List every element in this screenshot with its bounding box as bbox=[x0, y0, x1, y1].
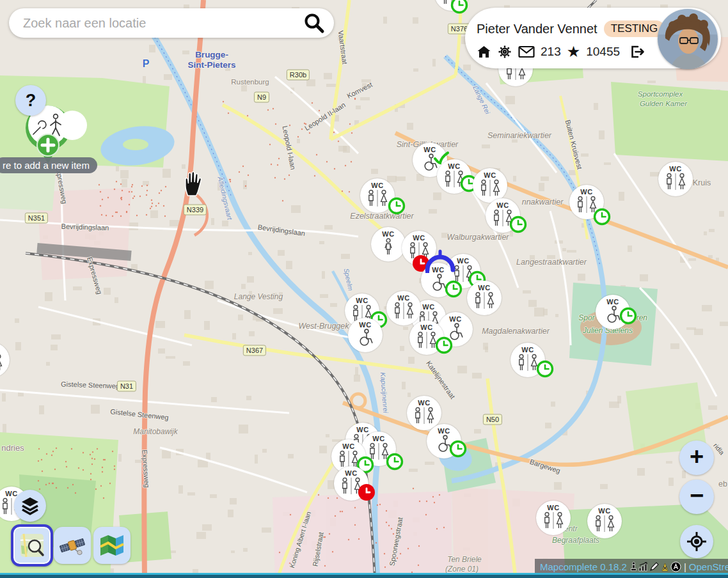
marker-wc-label: WC bbox=[356, 426, 368, 434]
messages-icon[interactable] bbox=[518, 45, 535, 58]
toilet-marker[interactable]: WC bbox=[473, 168, 507, 203]
toilet-marker[interactable]: WC bbox=[658, 162, 693, 196]
opening-hours-badge bbox=[435, 336, 453, 354]
background-osm-button[interactable] bbox=[11, 524, 53, 566]
opening-hours-badge bbox=[593, 208, 611, 226]
zoom-in-label: + bbox=[690, 443, 704, 471]
search-input[interactable] bbox=[22, 15, 303, 31]
user-row: Pieter Vander Vennet TESTING bbox=[477, 20, 665, 37]
satellite-icon bbox=[59, 533, 86, 558]
background-map-button[interactable] bbox=[93, 527, 131, 564]
zoom-out-button[interactable]: − bbox=[679, 480, 714, 514]
toilet-marker[interactable]: WC bbox=[486, 198, 520, 233]
layers-icon bbox=[20, 496, 40, 515]
attribution-bar: Mapcomplete 0.18.2 bbox=[535, 559, 728, 574]
marker-wc-label: WC bbox=[422, 303, 434, 311]
toilet-marker[interactable]: WC bbox=[434, 0, 469, 11]
male-female-icon bbox=[541, 512, 566, 529]
marker-wc-label: WC bbox=[420, 324, 432, 331]
folded-map-icon bbox=[99, 534, 125, 557]
toilet-marker[interactable]: WC bbox=[437, 159, 471, 194]
toilet-marker[interactable]: WC bbox=[386, 291, 421, 325]
marker-wc-label: WC bbox=[547, 504, 559, 512]
background-satellite-button[interactable] bbox=[54, 527, 91, 564]
marker-wc-label: WC bbox=[382, 230, 394, 238]
marker-wc-label: WC bbox=[397, 294, 409, 302]
zoom-in-button[interactable]: + bbox=[679, 441, 714, 475]
hand-cursor-icon bbox=[181, 170, 205, 197]
help-label: ? bbox=[26, 91, 36, 111]
marker-wc-label: WC bbox=[478, 284, 490, 292]
marker-wc-label: WC bbox=[5, 490, 17, 497]
opening-hours-badge bbox=[445, 280, 463, 298]
user-name[interactable]: Pieter Vander Vennet bbox=[477, 22, 597, 36]
stats-icon bbox=[638, 562, 649, 572]
marker-wc-label: WC bbox=[496, 201, 509, 209]
mapcomplete-app: Brugge-Sint-PietersRustenburgVaartstraat… bbox=[0, 0, 728, 578]
marker-wc-label: WC bbox=[448, 162, 460, 170]
toilet-marker[interactable]: WC bbox=[334, 466, 368, 501]
statue-icon bbox=[629, 561, 638, 572]
add-item-tooltip: re to add a new item bbox=[0, 157, 97, 173]
marker-wc-label: WC bbox=[580, 188, 592, 196]
marker-wc-label: WC bbox=[372, 435, 384, 442]
mapcomplete-version-link[interactable]: Mapcomplete 0.18.2 bbox=[540, 561, 627, 572]
toilet-marker[interactable]: WC bbox=[467, 281, 502, 315]
marker-wc-label: WC bbox=[449, 315, 461, 323]
toilet-marker[interactable]: WC bbox=[587, 504, 622, 538]
toilet-marker[interactable]: WC bbox=[0, 343, 10, 377]
male-female-icon bbox=[592, 515, 617, 533]
toilet-marker[interactable]: WC bbox=[596, 295, 630, 329]
marker-wc-label: WC bbox=[359, 321, 371, 329]
map-markers-layer: WC WC WC WC WC WC WC bbox=[0, 0, 728, 578]
toilet-marker[interactable]: WC bbox=[510, 343, 545, 377]
marker-wc-label: WC bbox=[418, 399, 430, 407]
gear-icon[interactable] bbox=[497, 44, 512, 59]
marker-wc-label: WC bbox=[606, 298, 619, 306]
logout-icon[interactable] bbox=[629, 45, 645, 59]
changeset-count: 10455 bbox=[586, 45, 620, 59]
attribution-separator: | bbox=[684, 561, 686, 572]
opening-hours-badge bbox=[449, 440, 467, 458]
marker-wc-label: WC bbox=[342, 442, 354, 450]
layers-button[interactable] bbox=[14, 490, 46, 522]
attribution-icons bbox=[629, 561, 681, 572]
marker-wc-label: WC bbox=[413, 234, 425, 242]
circle-a-icon bbox=[670, 561, 681, 572]
opening-hours-badge bbox=[509, 215, 527, 233]
toilet-marker[interactable]: WC bbox=[360, 178, 395, 213]
add-icon[interactable] bbox=[37, 134, 59, 156]
male-female-icon bbox=[472, 292, 496, 309]
star-icon: ★ bbox=[567, 45, 581, 58]
toilet-marker[interactable]: WC bbox=[371, 227, 406, 262]
marker-wc-label: WC bbox=[438, 427, 450, 435]
wheelchair-icon bbox=[356, 329, 375, 347]
home-icon[interactable] bbox=[477, 45, 491, 59]
male-female-icon bbox=[392, 302, 416, 320]
pen-icon bbox=[649, 561, 660, 572]
osm-map-icon bbox=[19, 533, 45, 558]
selection-arc bbox=[425, 249, 455, 275]
user-avatar[interactable] bbox=[658, 9, 718, 69]
search-icon[interactable] bbox=[303, 12, 325, 34]
marker-wc-label: WC bbox=[371, 182, 383, 189]
toilet-marker[interactable]: WC bbox=[409, 320, 444, 355]
toilet-marker[interactable]: WC bbox=[569, 185, 604, 219]
marker-wc-label: WC bbox=[457, 257, 469, 265]
toilet-marker[interactable]: WC bbox=[427, 424, 461, 458]
bottom-strip bbox=[0, 575, 728, 578]
marker-wc-label: WC bbox=[598, 507, 610, 515]
theme-flag-icon bbox=[660, 561, 670, 572]
marker-wc-label: WC bbox=[356, 297, 368, 304]
geolocate-button[interactable] bbox=[680, 525, 713, 558]
marker-wc-label: WC bbox=[669, 165, 681, 173]
testing-badge: TESTING bbox=[604, 20, 665, 37]
opening-hours-badge bbox=[386, 453, 404, 471]
toilet-marker[interactable]: WC bbox=[348, 318, 383, 352]
search-bar bbox=[9, 8, 334, 38]
marker-wc-label: WC bbox=[345, 469, 357, 477]
openstreetmap-link[interactable]: OpenStreetMap bbox=[689, 561, 728, 572]
help-button[interactable]: ? bbox=[15, 85, 46, 116]
person-icon bbox=[383, 238, 394, 256]
toilet-marker[interactable]: WC bbox=[536, 501, 571, 535]
